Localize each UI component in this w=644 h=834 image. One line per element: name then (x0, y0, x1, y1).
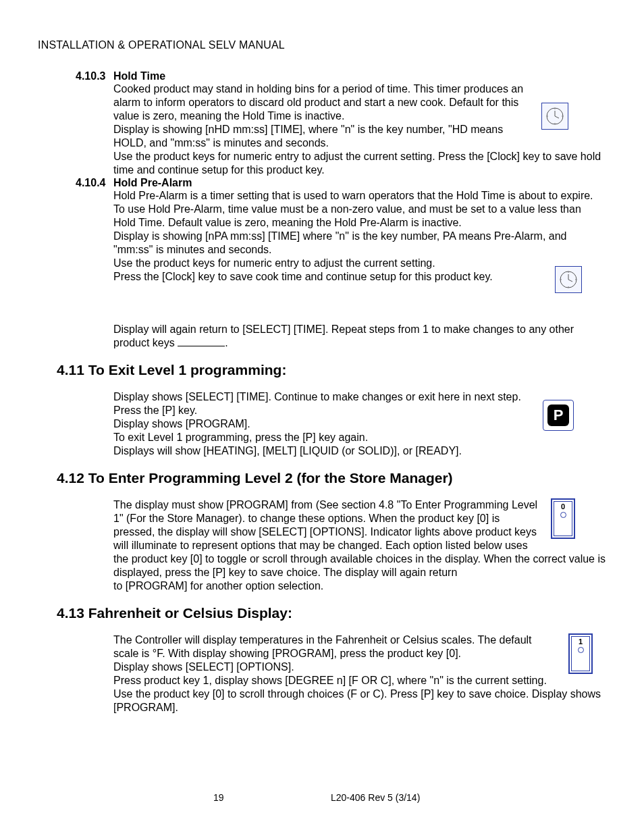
key-inner: 1 (571, 636, 590, 671)
paragraph: Displays will show [HEATING], [MELT] [LI… (113, 444, 606, 458)
subsection-4-10-3-heading: 4.10.3 Hold Time (38, 70, 606, 82)
p-key-label: P (547, 405, 569, 426)
paragraph: The Controller will display temperatures… (113, 633, 606, 660)
subsection-number: 4.10.4 (76, 177, 113, 189)
section-4-13-body: 1 The Controller will display temperatur… (113, 633, 606, 714)
led-icon (578, 647, 584, 653)
text-run: . (225, 337, 227, 348)
led-icon (560, 512, 566, 518)
key-label: 0 (554, 503, 572, 511)
page-header: INSTALLATION & OPERATIONAL SELV MANUAL (38, 39, 606, 51)
svg-point-4 (562, 115, 562, 116)
section-4-13-heading: 4.13 Fahrenheit or Celsius Display: (57, 605, 606, 621)
p-key-icon: P (543, 400, 574, 431)
paragraph: Hold Pre-Alarm is a timer setting that i… (113, 189, 606, 230)
paragraph: Display is showing [nPA mm:ss] [TIME] wh… (113, 230, 606, 257)
text-run: Display will again return to [SELECT] [T… (113, 323, 574, 348)
paragraph: Display is showing [nHD mm:ss] [TIME], w… (113, 123, 606, 150)
svg-line-9 (568, 280, 572, 282)
section-4-12-body: 0 The display must show [PROGRAM] from (… (113, 498, 606, 593)
doc-id: L20-406 Rev 5 (3/14) (331, 792, 420, 803)
paragraph: Use the product key [0] to scroll throug… (113, 687, 606, 714)
paragraph: Display shows [SELECT] [OPTIONS]. (113, 660, 606, 674)
paragraph: Display shows [PROGRAM]. (113, 417, 606, 431)
paragraph: Press the [Clock] key to save cook time … (113, 270, 606, 284)
paragraph: To exit Level 1 programming, press the [… (113, 431, 606, 444)
paragraph: The display must show [PROGRAM] from (Se… (113, 498, 606, 579)
paragraph: Use the product keys for numeric entry t… (113, 150, 606, 177)
key-label: 1 (572, 638, 589, 646)
paragraph: Display will again return to [SELECT] [T… (113, 323, 606, 350)
section-4-12-heading: 4.12 To Enter Programming Level 2 (for t… (57, 470, 606, 486)
product-key-0-icon: 0 (551, 498, 575, 539)
product-key-1-icon: 1 (568, 633, 593, 674)
section-4-11-heading: 4.11 To Exit Level 1 programming: (57, 362, 606, 378)
key-inner: 0 (554, 501, 572, 536)
clock-face-icon (545, 107, 564, 126)
clock-face-icon (559, 270, 578, 289)
page-container: INSTALLATION & OPERATIONAL SELV MANUAL 4… (0, 0, 644, 714)
paragraph: to [PROGRAM] for another option selectio… (113, 579, 606, 593)
paragraph: Press the [P] key. (113, 404, 606, 417)
paragraph: Press product key 1, display shows [DEGR… (113, 674, 606, 687)
section-4-11-body: P Display shows [SELECT] [TIME]. Continu… (113, 390, 606, 458)
svg-point-6 (547, 115, 547, 116)
subsection-4-10-4-body: Hold Pre-Alarm is a timer setting that i… (113, 189, 606, 350)
svg-point-10 (568, 271, 568, 272)
svg-line-2 (555, 116, 559, 118)
svg-point-12 (568, 286, 568, 287)
paragraph: Display shows [SELECT] [TIME]. Continue … (113, 390, 606, 404)
svg-point-5 (554, 123, 555, 124)
fill-in-blank (178, 346, 225, 346)
clock-icon (541, 103, 568, 130)
subsection-title: Hold Time (113, 70, 165, 82)
svg-point-11 (575, 279, 576, 280)
subsection-4-10-4-heading: 4.10.4 Hold Pre-Alarm (38, 177, 606, 189)
svg-point-13 (560, 279, 561, 280)
subsection-title: Hold Pre-Alarm (113, 177, 192, 189)
clock-icon (555, 266, 582, 293)
subsection-4-10-3-body: Cooked product may stand in holding bins… (113, 82, 606, 177)
paragraph: Cooked product may stand in holding bins… (113, 82, 606, 123)
paragraph: Use the product keys for numeric entry t… (113, 257, 606, 270)
page-number: 19 (213, 792, 224, 803)
subsection-number: 4.10.3 (76, 70, 113, 82)
svg-point-3 (554, 108, 555, 109)
